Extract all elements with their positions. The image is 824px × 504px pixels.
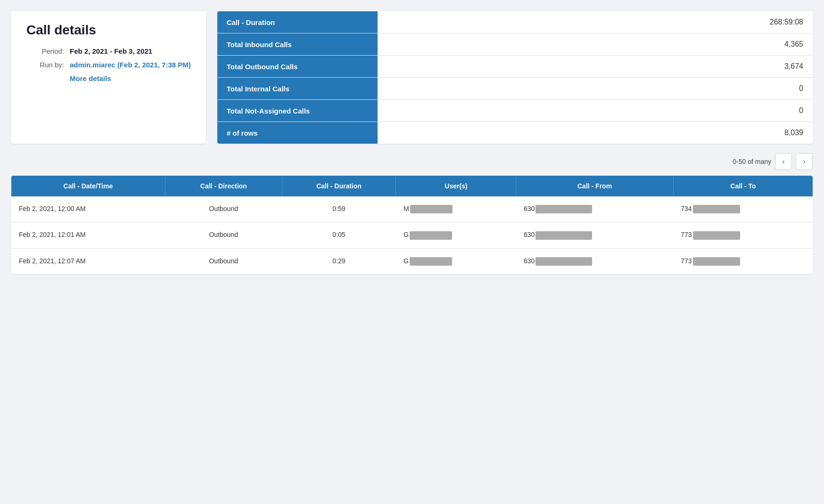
- data-table: Call - Date/TimeCall - DirectionCall - D…: [11, 176, 813, 274]
- stat-label: Total Not-Assigned Calls: [217, 100, 378, 122]
- table-row: Feb 2, 2021, 12:01 AMOutbound0:05G630773: [11, 222, 813, 248]
- stat-value: 268:59:08: [378, 11, 813, 33]
- cell-call-to: 773: [673, 248, 813, 274]
- table-row: Feb 2, 2021, 12:00 AMOutbound0:59M630734: [11, 196, 813, 222]
- cell-direction: Outbound: [165, 196, 282, 222]
- table-header-cell: User(s): [396, 176, 516, 196]
- stat-label: Total Outbound Calls: [217, 56, 378, 78]
- cell-user: G: [396, 222, 516, 248]
- cell-call-from: 630: [516, 248, 673, 274]
- cell-call-from: 630: [516, 222, 673, 248]
- cell-call-to: 773: [673, 222, 813, 248]
- table-header-cell: Call - Duration: [282, 176, 396, 196]
- cell-duration: 0:59: [282, 196, 396, 222]
- stat-row: Total Internal Calls 0: [217, 78, 813, 100]
- table-header-cell: Call - Direction: [165, 176, 282, 196]
- run-by-label: Run by:: [26, 61, 64, 69]
- run-by-user[interactable]: admin.miarec (Feb 2, 2021, 7:38 PM): [70, 61, 191, 69]
- stat-label: # of rows: [217, 122, 378, 144]
- table-header-cell: Call - Date/Time: [11, 176, 165, 196]
- pagination-next-button[interactable]: ›: [796, 153, 813, 170]
- cell-datetime: Feb 2, 2021, 12:01 AM: [11, 222, 165, 248]
- cell-user: G: [396, 248, 516, 274]
- pagination-prev-button[interactable]: ‹: [775, 153, 792, 170]
- cell-direction: Outbound: [165, 248, 282, 274]
- run-by-row: Run by: admin.miarec (Feb 2, 2021, 7:38 …: [26, 61, 191, 69]
- cell-call-to: 734: [673, 196, 813, 222]
- stat-row: # of rows 8,039: [217, 122, 813, 144]
- page-title: Call details: [26, 23, 191, 38]
- period-label: Period:: [26, 47, 64, 55]
- stat-row: Total Inbound Calls 4,365: [217, 33, 813, 56]
- stat-row: Call - Duration 268:59:08: [217, 11, 813, 33]
- cell-duration: 0:05: [282, 222, 396, 248]
- stats-table: Call - Duration 268:59:08 Total Inbound …: [217, 11, 813, 144]
- stat-value: 0: [378, 100, 813, 122]
- cell-direction: Outbound: [165, 222, 282, 248]
- more-details-link[interactable]: More details: [70, 74, 191, 82]
- cell-user: M: [396, 196, 516, 222]
- stat-row: Total Outbound Calls 3,674: [217, 56, 813, 78]
- call-details-card: Call details Period: Feb 2, 2021 - Feb 3…: [11, 11, 206, 144]
- stat-label: Total Inbound Calls: [217, 33, 378, 56]
- cell-datetime: Feb 2, 2021, 12:00 AM: [11, 196, 165, 222]
- cell-call-from: 630: [516, 196, 673, 222]
- period-value: Feb 2, 2021 - Feb 3, 2021: [70, 47, 152, 55]
- stat-value: 8,039: [378, 122, 813, 144]
- pagination-text: 0-50 of many: [733, 158, 771, 165]
- table-header-cell: Call - To: [673, 176, 813, 196]
- stat-value: 4,365: [378, 33, 813, 56]
- table-row: Feb 2, 2021, 12:07 AMOutbound0:29G630773: [11, 248, 813, 274]
- stat-value: 0: [378, 78, 813, 100]
- cell-duration: 0:29: [282, 248, 396, 274]
- cell-datetime: Feb 2, 2021, 12:07 AM: [11, 248, 165, 274]
- table-header-cell: Call - From: [516, 176, 673, 196]
- stat-row: Total Not-Assigned Calls 0: [217, 100, 813, 122]
- stat-value: 3,674: [378, 56, 813, 78]
- period-row: Period: Feb 2, 2021 - Feb 3, 2021: [26, 47, 191, 55]
- stat-label: Call - Duration: [217, 11, 378, 33]
- stat-label: Total Internal Calls: [217, 78, 378, 100]
- pagination-bar: 0-50 of many ‹ ›: [11, 153, 813, 170]
